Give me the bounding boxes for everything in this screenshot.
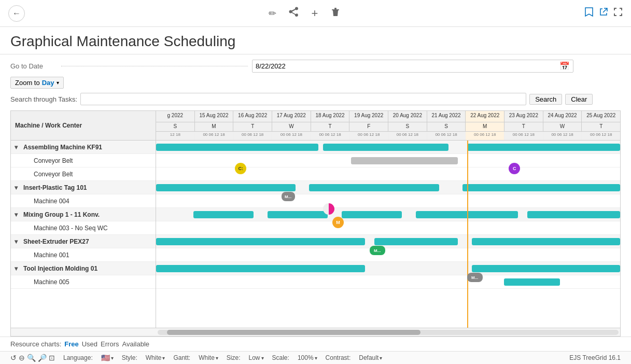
contrast-selector[interactable]: Default ▾ [359,354,382,361]
edit-icon[interactable]: ✏ [269,8,276,19]
toggle-assembling[interactable]: ▾ [11,144,21,151]
style-selector[interactable]: White ▾ [146,354,165,361]
bar-mixing-6[interactable] [527,211,587,218]
back-icon: ← [12,9,21,18]
zoom-in-minus-icon[interactable]: 🔍 [27,354,36,362]
bar-mixing-3[interactable] [342,211,402,218]
top-toolbar: ← ✏ + [0,0,631,27]
scale-selector[interactable]: 100% ▾ [298,354,317,361]
bookmark-icon[interactable] [584,7,594,20]
bar-conveyor1-gray[interactable] [351,157,458,164]
label-assembling: Assembling Machine KF91 [21,144,156,151]
row-conveyor1: Conveyor Belt [11,154,156,167]
row-conveyor2: Conveyor Belt [11,167,156,181]
scrollbar-thumb[interactable] [167,330,420,335]
status-bar: ↺ ⊖ 🔍 🔎 ⊡ Language: 🇺🇸 ▾ Style: White ▾ … [0,351,631,364]
chart-row-sheet-extruder [156,235,620,248]
bar-insert-1[interactable] [156,184,296,191]
language-label: Language: [63,354,93,361]
marker-mixing-pink[interactable] [323,203,334,215]
date-col-7: 21 Aug 2022 [427,111,466,122]
zoom-in-plus-icon[interactable]: 🔎 [38,354,47,362]
gantt-day-row: S M T W T F S S M T W T [156,122,620,132]
resource-errors[interactable]: Errors [101,340,119,348]
marker-machine001-green[interactable]: M... [370,246,385,255]
page-title-area: Graphical Maintenance Scheduling [0,27,631,54]
label-machine001: Machine 001 [32,251,156,259]
bar-insert-3[interactable] [462,184,620,191]
gantt-selector[interactable]: White ▾ [199,354,218,361]
back-button[interactable]: ← [8,5,25,22]
bar-insert-2[interactable] [309,184,439,191]
language-selector[interactable]: 🇺🇸 ▾ [101,354,114,362]
gantt-time-row: 12 18 00 06 12 18 00 06 12 18 00 06 12 1… [156,132,620,140]
bar-sheet-2[interactable] [374,238,458,245]
gantt-value: White [199,354,215,361]
chart-row-conveyor2: C: C [156,167,620,181]
bar-assembling-3[interactable] [467,144,620,151]
date-col-0: g 2022 [156,111,195,122]
bar-sheet-3[interactable] [472,238,620,245]
marker-machine004-gray[interactable]: M... [282,192,295,201]
date-input-wrapper: 📅 [252,60,573,73]
row-machine004: Machine 004 [11,194,156,208]
toggle-mixing[interactable]: ▾ [11,211,21,218]
toggle-sheet-extruder[interactable]: ▾ [11,238,21,245]
bar-tool-1[interactable] [156,265,365,272]
bar-mixing-5[interactable] [458,211,518,218]
zoom-to-day-button[interactable]: Zoom to Day ▾ [10,77,64,89]
bar-tool-2[interactable] [472,265,620,272]
toggle-insert-plastic[interactable]: ▾ [11,184,21,191]
date-col-1: 15 Aug 2022 [195,111,234,122]
share-icon[interactable] [289,7,299,20]
calendar-icon[interactable]: 📅 [559,61,570,71]
bar-mixing-1[interactable] [193,211,254,218]
zoom-reset-icon[interactable]: ↺ [10,354,17,362]
fullscreen-icon[interactable] [613,7,623,19]
size-value: Low [249,354,260,361]
resource-used[interactable]: Used [82,340,97,348]
gantt-machine-header: Machine / Work Center [11,111,156,140]
search-input[interactable] [80,93,526,105]
language-caret: ▾ [111,355,114,361]
bar-machine005-teal[interactable] [504,278,559,286]
chart-row-mixing [156,208,620,221]
resource-available[interactable]: Available [122,340,149,348]
scale-value: 100% [298,354,314,361]
popup-icon[interactable] [599,7,608,19]
bar-mixing-7[interactable] [583,211,620,218]
marker-machine005-gray[interactable]: M... [467,273,483,282]
bar-assembling-2[interactable] [323,144,448,151]
marker-machine003-orange[interactable]: M [332,217,344,228]
row-mixing: ▾ Mixing Group 1 - 11 Konv. [11,208,156,221]
resource-free[interactable]: Free [64,340,78,348]
vertical-line-tool [467,262,468,275]
size-label: Size: [227,354,241,361]
label-conveyor2: Conveyor Belt [32,171,156,178]
marker-conveyor2-purple[interactable]: C [509,163,520,174]
go-to-date-row: Go to Date 📅 [10,60,621,73]
gantt-date-row: g 2022 15 Aug 2022 16 Aug 2022 17 Aug 20… [156,111,620,122]
bar-mixing-2[interactable] [268,211,328,218]
gantt-fit-icon[interactable]: ⊡ [49,354,55,362]
date-input[interactable] [256,62,559,70]
date-col-9: 23 Aug 2022 [504,111,543,122]
label-insert-plastic: Insert-Plastic Tag 101 [21,184,156,191]
search-button[interactable]: Search [529,94,562,105]
delete-icon[interactable] [330,7,341,20]
scrollbar-track [158,330,619,335]
gantt-chart-area: C: C M... [156,141,620,328]
zoom-label: Zoom to [15,79,40,87]
search-row: Search through Tasks: Search Clear [10,93,621,105]
add-icon[interactable]: + [312,7,318,20]
bar-assembling-1[interactable] [156,144,318,151]
chart-row-machine001: M... [156,248,620,262]
marker-conveyor2-yellow[interactable]: C: [235,163,246,174]
size-selector[interactable]: Low ▾ [249,354,264,361]
label-mixing: Mixing Group 1 - 11 Konv. [21,211,156,218]
toggle-tool-injection[interactable]: ▾ [11,265,21,272]
zoom-out-icon[interactable]: ⊖ [19,354,25,362]
clear-button[interactable]: Clear [565,94,593,105]
go-to-date-label: Go to Date [10,62,57,70]
bar-sheet-1[interactable] [156,238,365,245]
